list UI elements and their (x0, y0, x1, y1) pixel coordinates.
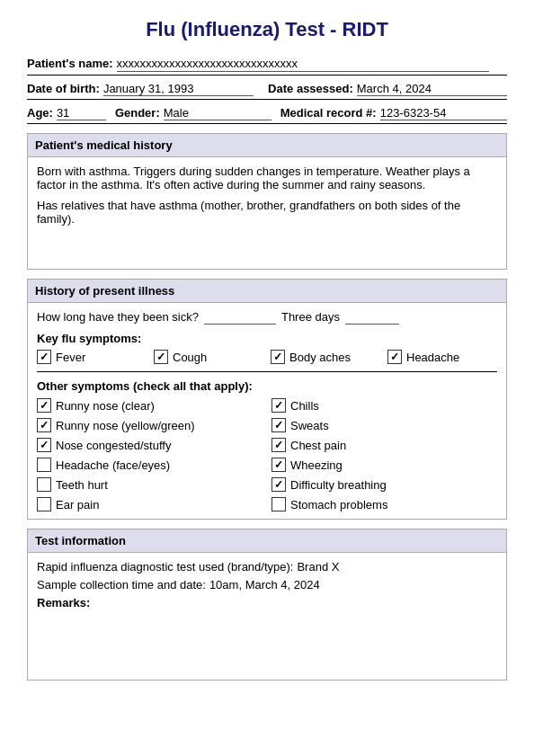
test-info-header: Test information (28, 529, 506, 553)
checkbox-body-aches[interactable] (271, 350, 285, 364)
brand-label: Rapid influenza diagnostic test used (br… (37, 560, 293, 574)
dob-date-row: Date of birth: January 31, 1993 Date ass… (27, 79, 507, 100)
label-wheezing: Wheezing (290, 458, 343, 472)
label-nose-congested: Nose congested/stuffy (56, 439, 171, 452)
checkbox-headache[interactable] (387, 350, 402, 364)
checkbox-stomach-problems[interactable] (271, 497, 286, 511)
medical-record-label: Medical record #: (280, 106, 377, 120)
sick-underline-right (345, 310, 399, 325)
label-sweats: Sweats (290, 419, 329, 432)
brand-row: Rapid influenza diagnostic test used (br… (37, 560, 497, 574)
gender-label: Gender: (115, 106, 160, 120)
other-symptoms-grid: Runny nose (clear)ChillsRunny nose (yell… (37, 398, 497, 511)
checkbox-headache-face[interactable] (37, 458, 51, 472)
checkbox-runny-nose-yellow[interactable] (37, 418, 51, 432)
test-info-body: Rapid influenza diagnostic test used (br… (28, 553, 506, 680)
checkbox-nose-congested[interactable] (37, 438, 51, 452)
key-symptom-body-aches: Body aches (271, 350, 369, 364)
checkbox-ear-pain[interactable] (37, 497, 51, 511)
date-assessed-label: Date assessed: (268, 82, 353, 95)
other-symptom-runny-nose-yellow: Runny nose (yellow/green) (37, 418, 263, 432)
checkbox-runny-nose-clear[interactable] (37, 398, 51, 413)
page-title: Flu (Influenza) Test - RIDT (27, 18, 507, 41)
present-illness-section: History of present illness How long have… (27, 279, 507, 520)
brand-value: Brand X (297, 560, 339, 574)
checkbox-teeth-hurt[interactable] (37, 477, 51, 492)
divider-symptoms (37, 371, 497, 372)
remarks-row: Remarks: (37, 596, 497, 672)
checkbox-chills[interactable] (271, 398, 286, 413)
sick-underline-left (204, 310, 276, 325)
age-label: Age: (27, 106, 53, 120)
key-symptom-cough: Cough (154, 350, 253, 364)
medical-history-section: Patient's medical history Born with asth… (27, 133, 507, 270)
key-symptoms-section: Key flu symptoms: FeverCoughBody achesHe… (37, 332, 497, 364)
dob-value: January 31, 1993 (103, 82, 254, 96)
other-symptom-chills: Chills (271, 398, 497, 413)
sample-row: Sample collection time and date: 10am, M… (37, 578, 497, 591)
key-symptom-fever: Fever (37, 350, 136, 364)
checkbox-difficulty-breathing[interactable] (271, 477, 286, 492)
label-headache-face: Headache (face/eyes) (56, 458, 170, 472)
patient-name-row: Patient's name: xxxxxxxxxxxxxxxxxxxxxxxx… (27, 54, 507, 76)
sick-question: How long have they been sick? (37, 310, 199, 324)
medical-history-header: Patient's medical history (28, 134, 506, 157)
present-illness-header: History of present illness (28, 280, 506, 303)
checkbox-cough[interactable] (154, 350, 168, 364)
dob-label: Date of birth: (27, 82, 100, 95)
key-symptoms-grid: FeverCoughBody achesHeadache (37, 350, 497, 364)
medical-record-value: 123-6323-54 (380, 106, 507, 120)
label-chest-pain: Chest pain (290, 439, 346, 452)
sample-value: 10am, March 4, 2024 (209, 578, 320, 591)
sick-duration-row: How long have they been sick? Three days (37, 310, 497, 325)
age-value: 31 (57, 106, 106, 120)
date-assessed-value: March 4, 2024 (357, 82, 507, 96)
label-difficulty-breathing: Difficulty breathing (290, 478, 387, 492)
key-symptom-headache: Headache (387, 350, 486, 364)
sample-label: Sample collection time and date: (37, 578, 206, 591)
other-symptom-nose-congested: Nose congested/stuffy (37, 438, 263, 452)
medical-history-body: Born with asthma. Triggers during sudden… (28, 157, 506, 269)
label-ear-pain: Ear pain (56, 498, 99, 511)
other-symptoms-label: Other symptoms (check all that apply): (37, 379, 497, 393)
sick-answer: Three days (281, 310, 340, 324)
label-stomach-problems: Stomach problems (290, 498, 387, 511)
label-cough: Cough (173, 351, 207, 364)
label-body-aches: Body aches (289, 351, 351, 364)
remarks-label: Remarks: (37, 596, 90, 609)
label-chills: Chills (290, 399, 319, 413)
age-gender-row: Age: 31 Gender: Male Medical record #: 1… (27, 103, 507, 124)
label-fever: Fever (56, 351, 85, 364)
label-runny-nose-yellow: Runny nose (yellow/green) (56, 419, 195, 432)
patient-name-label: Patient's name: (27, 57, 113, 70)
label-teeth-hurt: Teeth hurt (56, 478, 108, 492)
other-symptom-runny-nose-clear: Runny nose (clear) (37, 398, 263, 413)
other-symptom-ear-pain: Ear pain (37, 497, 263, 511)
checkbox-sweats[interactable] (271, 418, 286, 432)
gender-value: Male (164, 106, 271, 120)
checkbox-wheezing[interactable] (271, 458, 286, 472)
other-symptom-teeth-hurt: Teeth hurt (37, 477, 263, 492)
other-symptom-headache-face: Headache (face/eyes) (37, 458, 263, 472)
patient-name-value: xxxxxxxxxxxxxxxxxxxxxxxxxxxxxxx (117, 57, 489, 72)
medical-history-text2: Has relatives that have asthma (mother, … (37, 199, 497, 226)
remarks-box (37, 609, 497, 672)
key-symptoms-label: Key flu symptoms: (37, 332, 497, 345)
label-runny-nose-clear: Runny nose (clear) (56, 399, 155, 413)
other-symptom-difficulty-breathing: Difficulty breathing (271, 477, 497, 492)
label-headache: Headache (406, 351, 459, 364)
other-symptom-wheezing: Wheezing (271, 458, 497, 472)
medical-history-text1: Born with asthma. Triggers during sudden… (37, 165, 497, 191)
checkbox-chest-pain[interactable] (271, 438, 286, 452)
other-symptom-sweats: Sweats (271, 418, 497, 432)
present-illness-body: How long have they been sick? Three days… (28, 303, 506, 519)
checkbox-fever[interactable] (37, 350, 51, 364)
other-symptom-chest-pain: Chest pain (271, 438, 497, 452)
test-info-section: Test information Rapid influenza diagnos… (27, 529, 507, 680)
other-symptom-stomach-problems: Stomach problems (271, 497, 497, 511)
other-symptoms-section: Other symptoms (check all that apply): R… (37, 379, 497, 511)
